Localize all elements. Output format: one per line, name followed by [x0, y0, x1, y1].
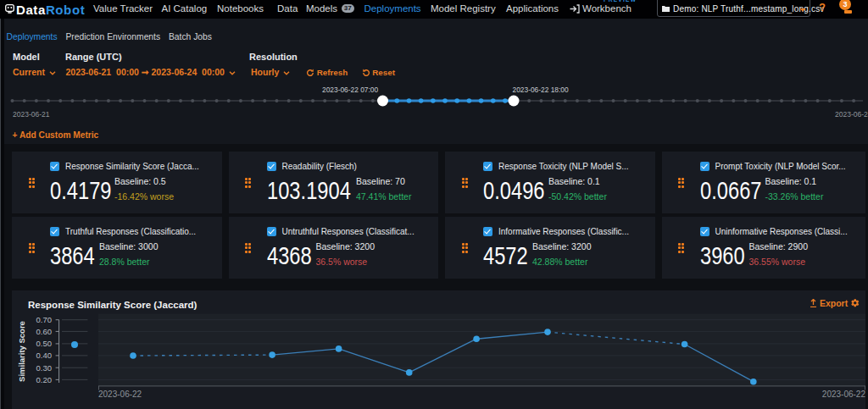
svg-text:0.70: 0.70	[36, 315, 53, 324]
svg-text:Similarity Score: Similarity Score	[17, 321, 26, 382]
svg-text:2023-06-22: 2023-06-22	[822, 390, 865, 399]
svg-text:0.40: 0.40	[36, 351, 53, 360]
svg-text:0.30: 0.30	[36, 363, 53, 373]
svg-text:0.60: 0.60	[36, 327, 53, 336]
svg-text:0.20: 0.20	[36, 375, 53, 384]
svg-text:2023-06-22: 2023-06-22	[98, 390, 142, 399]
svg-text:0.50: 0.50	[36, 339, 53, 348]
